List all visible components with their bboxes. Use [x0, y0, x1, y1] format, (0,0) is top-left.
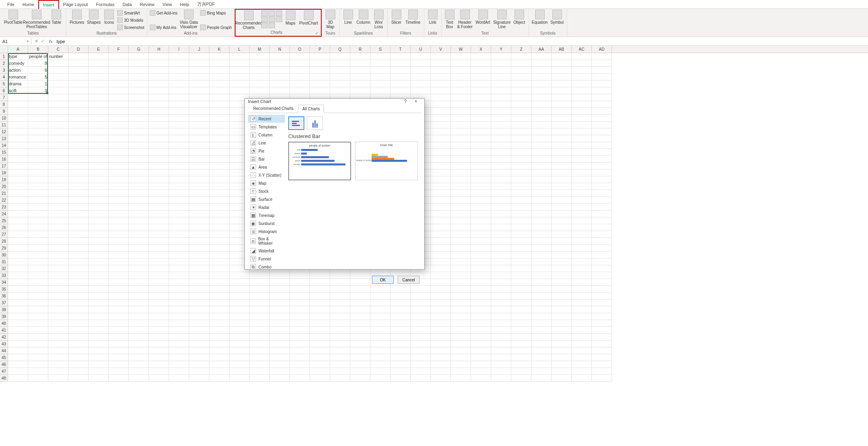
cell[interactable] — [48, 286, 68, 293]
cell[interactable] — [511, 94, 531, 101]
cell[interactable] — [471, 128, 491, 135]
cell[interactable] — [109, 101, 129, 108]
cell[interactable] — [48, 272, 68, 279]
cell[interactable] — [471, 190, 491, 197]
cell[interactable] — [109, 354, 129, 361]
cell[interactable] — [471, 306, 491, 313]
cell[interactable] — [592, 368, 612, 375]
cell[interactable]: type — [8, 53, 28, 60]
cell[interactable] — [552, 231, 572, 238]
cell[interactable] — [572, 101, 592, 108]
cell[interactable] — [572, 231, 592, 238]
cell[interactable] — [109, 375, 129, 382]
chart-type-item[interactable]: ▲Area — [248, 163, 285, 171]
cell[interactable] — [572, 375, 592, 382]
cell[interactable] — [109, 115, 129, 122]
cell[interactable] — [169, 375, 189, 382]
cell[interactable] — [531, 217, 552, 224]
tab-data[interactable]: Data — [118, 0, 136, 8]
cell[interactable] — [89, 375, 109, 382]
cell[interactable] — [89, 286, 109, 293]
cell[interactable] — [391, 81, 411, 87]
cell[interactable] — [209, 313, 229, 320]
cell[interactable] — [572, 67, 592, 74]
cell[interactable] — [531, 231, 552, 238]
cell[interactable] — [189, 286, 209, 293]
cell[interactable] — [491, 67, 511, 74]
tab-review[interactable]: Review — [136, 0, 158, 8]
cell[interactable] — [572, 81, 592, 87]
cell[interactable] — [149, 293, 169, 299]
col-header[interactable]: L — [229, 46, 250, 53]
cell[interactable] — [149, 156, 169, 163]
cell[interactable] — [109, 128, 129, 135]
cell[interactable] — [531, 183, 552, 190]
cell[interactable] — [149, 245, 169, 252]
header-footer-button[interactable]: Header & Footer — [457, 10, 473, 29]
cell[interactable] — [531, 81, 552, 87]
cell[interactable] — [350, 74, 370, 81]
cell[interactable] — [391, 299, 411, 306]
cell[interactable] — [411, 341, 431, 347]
cell[interactable] — [169, 190, 189, 197]
cell[interactable] — [552, 176, 572, 183]
cancel-button[interactable]: Cancel — [398, 276, 420, 284]
cell[interactable] — [169, 245, 189, 252]
cell[interactable] — [531, 74, 552, 81]
row-header[interactable]: 31 — [0, 258, 8, 265]
cell[interactable] — [149, 149, 169, 156]
cell[interactable] — [129, 299, 149, 306]
cell[interactable] — [511, 149, 531, 156]
chart-type-item[interactable]: ⫿Column — [248, 131, 285, 139]
cell[interactable] — [189, 163, 209, 169]
cell[interactable] — [28, 211, 48, 217]
cell[interactable] — [129, 128, 149, 135]
cell[interactable] — [48, 108, 68, 115]
cell[interactable] — [370, 286, 391, 293]
cell[interactable] — [109, 279, 129, 286]
cell[interactable] — [491, 341, 511, 347]
cell[interactable] — [310, 375, 330, 382]
cell[interactable] — [109, 108, 129, 115]
cell[interactable] — [189, 327, 209, 334]
cell[interactable] — [169, 334, 189, 341]
cell[interactable] — [8, 94, 28, 101]
cell[interactable] — [451, 108, 471, 115]
cell[interactable] — [28, 368, 48, 375]
cell[interactable] — [189, 169, 209, 176]
cell[interactable] — [511, 122, 531, 128]
cell[interactable] — [471, 142, 491, 149]
cell[interactable] — [531, 101, 552, 108]
cell[interactable] — [209, 368, 229, 375]
cell[interactable] — [169, 81, 189, 87]
cell[interactable] — [451, 375, 471, 382]
cell[interactable] — [129, 347, 149, 354]
cell[interactable] — [8, 128, 28, 135]
cell[interactable] — [8, 361, 28, 368]
cell[interactable] — [572, 327, 592, 334]
cell[interactable] — [572, 108, 592, 115]
cell[interactable] — [592, 128, 612, 135]
pivotchart-button[interactable]: PivotChart — [299, 10, 318, 25]
cell[interactable] — [471, 279, 491, 286]
col-header[interactable]: E — [89, 46, 109, 53]
cell[interactable] — [451, 327, 471, 334]
cell[interactable] — [250, 341, 270, 347]
cell[interactable] — [169, 183, 189, 190]
cell[interactable] — [189, 361, 209, 368]
cell[interactable] — [572, 361, 592, 368]
col-header[interactable]: AC — [572, 46, 592, 53]
cell[interactable] — [28, 299, 48, 306]
cell[interactable] — [451, 211, 471, 217]
cell[interactable] — [68, 176, 89, 183]
cell[interactable] — [592, 299, 612, 306]
cell[interactable] — [511, 320, 531, 327]
cell[interactable] — [552, 169, 572, 176]
cell[interactable] — [511, 81, 531, 87]
row-header[interactable]: 47 — [0, 368, 8, 375]
cell[interactable] — [229, 53, 250, 60]
cell[interactable] — [330, 320, 350, 327]
cell[interactable] — [189, 299, 209, 306]
cell[interactable] — [491, 149, 511, 156]
cell[interactable] — [250, 375, 270, 382]
